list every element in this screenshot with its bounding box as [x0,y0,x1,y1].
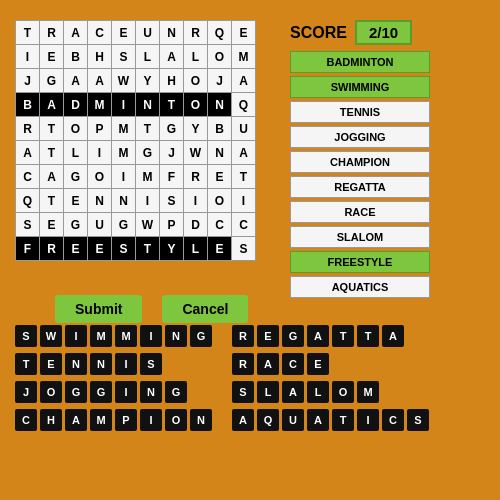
grid-cell[interactable]: C [208,213,232,237]
grid-cell[interactable]: I [112,165,136,189]
grid-cell[interactable]: F [160,165,184,189]
grid-cell[interactable]: G [40,69,64,93]
grid-cell[interactable]: A [232,69,256,93]
submit-button[interactable]: Submit [55,295,142,323]
grid-cell[interactable]: E [232,21,256,45]
grid-cell[interactable]: Q [208,21,232,45]
grid-cell[interactable]: I [112,93,136,117]
grid-cell[interactable]: L [184,45,208,69]
grid-cell[interactable]: D [184,213,208,237]
grid-cell[interactable]: M [232,45,256,69]
grid-cell[interactable]: G [64,213,88,237]
grid-cell[interactable]: G [112,213,136,237]
grid-cell[interactable]: O [208,45,232,69]
grid-cell[interactable]: O [64,117,88,141]
grid-cell[interactable]: S [16,213,40,237]
grid-cell[interactable]: J [160,141,184,165]
grid-cell[interactable]: B [208,117,232,141]
grid-cell[interactable]: S [232,237,256,261]
grid-cell[interactable]: D [64,93,88,117]
grid-cell[interactable]: S [160,189,184,213]
grid-cell[interactable]: Q [16,189,40,213]
grid-cell[interactable]: E [208,237,232,261]
grid-cell[interactable]: T [16,21,40,45]
grid-cell[interactable]: G [160,117,184,141]
grid-cell[interactable]: A [40,93,64,117]
grid-cell[interactable]: Y [184,117,208,141]
grid-cell[interactable]: O [88,165,112,189]
grid-cell[interactable]: O [208,189,232,213]
grid-cell[interactable]: T [160,93,184,117]
grid-cell[interactable]: I [88,141,112,165]
grid-cell[interactable]: E [64,189,88,213]
grid-cell[interactable]: E [40,213,64,237]
grid-cell[interactable]: R [40,237,64,261]
grid-cell[interactable]: H [88,45,112,69]
grid-cell[interactable]: R [184,165,208,189]
grid-cell[interactable]: A [64,69,88,93]
grid-cell[interactable]: W [184,141,208,165]
grid-cell[interactable]: W [136,213,160,237]
grid-cell[interactable]: U [136,21,160,45]
grid-cell[interactable]: R [16,117,40,141]
grid-cell[interactable]: M [88,93,112,117]
grid-cell[interactable]: C [88,21,112,45]
grid-cell[interactable]: U [232,117,256,141]
grid-cell[interactable]: A [16,141,40,165]
grid-cell[interactable]: M [136,165,160,189]
grid-cell[interactable]: W [112,69,136,93]
grid-cell[interactable]: C [232,213,256,237]
grid-cell[interactable]: A [232,141,256,165]
grid-cell[interactable]: O [184,69,208,93]
grid-cell[interactable]: L [64,141,88,165]
grid-cell[interactable]: M [112,141,136,165]
grid-cell[interactable]: B [64,45,88,69]
grid-cell[interactable]: N [208,93,232,117]
grid-cell[interactable]: I [136,189,160,213]
grid-cell[interactable]: F [16,237,40,261]
grid-cell[interactable]: T [40,117,64,141]
grid-cell[interactable]: N [112,189,136,213]
grid-cell[interactable]: P [160,213,184,237]
grid-cell[interactable]: P [88,117,112,141]
grid-cell[interactable]: A [40,165,64,189]
grid-cell[interactable]: E [112,21,136,45]
grid-cell[interactable]: S [112,237,136,261]
grid-cell[interactable]: A [88,69,112,93]
grid-cell[interactable]: E [88,237,112,261]
grid-cell[interactable]: N [88,189,112,213]
grid-cell[interactable]: I [232,189,256,213]
grid-cell[interactable]: I [16,45,40,69]
cancel-button[interactable]: Cancel [162,295,248,323]
grid-cell[interactable]: O [184,93,208,117]
grid-cell[interactable]: A [160,45,184,69]
grid-cell[interactable]: R [40,21,64,45]
grid-cell[interactable]: L [136,45,160,69]
grid-cell[interactable]: R [184,21,208,45]
grid-cell[interactable]: M [112,117,136,141]
grid-cell[interactable]: E [64,237,88,261]
grid-cell[interactable]: T [40,141,64,165]
grid-cell[interactable]: L [184,237,208,261]
grid-cell[interactable]: A [64,21,88,45]
grid-cell[interactable]: T [232,165,256,189]
grid-cell[interactable]: G [136,141,160,165]
grid-cell[interactable]: Y [160,237,184,261]
grid-cell[interactable]: Q [232,93,256,117]
grid-cell[interactable]: T [40,189,64,213]
grid-cell[interactable]: E [40,45,64,69]
grid-cell[interactable]: J [16,69,40,93]
grid-cell[interactable]: S [112,45,136,69]
grid-cell[interactable]: E [208,165,232,189]
grid-cell[interactable]: Y [136,69,160,93]
grid-cell[interactable]: N [160,21,184,45]
grid-cell[interactable]: J [208,69,232,93]
grid-cell[interactable]: N [208,141,232,165]
grid-cell[interactable]: G [64,165,88,189]
grid-cell[interactable]: B [16,93,40,117]
grid-cell[interactable]: T [136,237,160,261]
grid-cell[interactable]: H [160,69,184,93]
grid-cell[interactable]: N [136,93,160,117]
grid-cell[interactable]: U [88,213,112,237]
grid-cell[interactable]: T [136,117,160,141]
